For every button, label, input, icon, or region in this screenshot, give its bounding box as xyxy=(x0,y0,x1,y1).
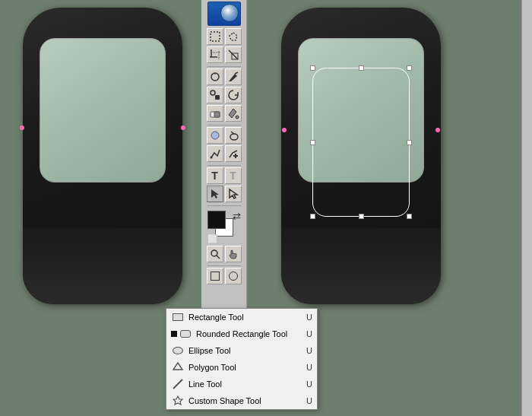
handle-mr xyxy=(407,140,412,145)
menu-item-line[interactable]: Line Tool U xyxy=(166,376,317,392)
anchor-dot-r-right xyxy=(435,128,440,132)
add-anchor-tool[interactable] xyxy=(225,145,242,162)
svg-point-21 xyxy=(211,250,217,256)
custom-shape-tool-label: Custom Shape Tool xyxy=(188,396,303,405)
separator-2 xyxy=(207,125,241,125)
handle-br xyxy=(407,214,412,219)
reset-colors-icon[interactable]: ⬜ xyxy=(207,234,218,244)
rectangle-tool-shortcut: U xyxy=(306,313,312,322)
direct-select-tool[interactable] xyxy=(225,186,242,202)
ps-logo-circle xyxy=(220,4,239,22)
phone-screen-left xyxy=(40,38,166,183)
tool-row-7 xyxy=(207,145,242,162)
rectangle-tool-icon xyxy=(171,310,185,324)
tool-row-2 xyxy=(207,46,242,63)
menu-item-ellipse[interactable]: Ellipse Tool U xyxy=(166,342,317,359)
swap-colors-icon[interactable]: ⇄ xyxy=(233,211,241,222)
menu-item-rectangle[interactable]: Rectangle Tool U xyxy=(166,309,317,325)
handle-tl xyxy=(310,65,315,71)
svg-point-15 xyxy=(211,132,219,139)
tool-row-5 xyxy=(207,105,242,122)
svg-rect-13 xyxy=(214,112,220,117)
toolbar: T T ⇄ ⬜ xyxy=(201,0,247,312)
tool-row-bottom xyxy=(207,246,242,262)
shape-tool-dropdown: Rectangle Tool U Rounded Rectangle Tool … xyxy=(166,308,318,410)
zoom-tool[interactable] xyxy=(207,246,223,262)
hand-tool[interactable] xyxy=(225,246,242,262)
rounded-rectangle-tool-shortcut: U xyxy=(306,329,312,338)
blur-tool[interactable] xyxy=(207,127,223,144)
ellipse-tool-icon xyxy=(171,344,185,357)
line-tool-label: Line Tool xyxy=(188,379,303,389)
custom-shape-tool-shortcut: U xyxy=(306,396,312,405)
marquee-rect-tool[interactable] xyxy=(207,28,223,45)
menu-item-polygon[interactable]: Polygon Tool U xyxy=(166,359,317,376)
phone-right xyxy=(281,8,441,304)
type-mask-tool[interactable]: T xyxy=(225,167,242,184)
eraser-tool[interactable] xyxy=(207,105,223,122)
slice-tool[interactable] xyxy=(225,46,242,63)
color-swatch-area: ⇄ ⬜ xyxy=(207,211,241,244)
pen-tool[interactable] xyxy=(207,145,223,162)
polygon-tool-label: Polygon Tool xyxy=(188,363,303,372)
marquee-lasso-tool[interactable] xyxy=(225,28,242,45)
right-scrollbar[interactable] xyxy=(521,0,532,416)
line-tool-shortcut: U xyxy=(306,379,312,389)
rounded-rectangle-tool-label: Rounded Rectangle Tool xyxy=(196,329,303,338)
svg-line-24 xyxy=(173,379,182,389)
separator-3 xyxy=(207,165,241,166)
history-brush-tool[interactable] xyxy=(225,87,242,103)
quick-mask-btn[interactable] xyxy=(225,268,242,284)
tool-row-6 xyxy=(207,127,242,144)
menu-item-custom-shape[interactable]: Custom Shape Tool U xyxy=(166,392,317,409)
foreground-color-swatch[interactable] xyxy=(207,211,226,229)
tool-row-select xyxy=(207,186,242,202)
menu-item-rounded-rectangle[interactable]: Rounded Rectangle Tool U xyxy=(166,325,317,342)
tool-row-4 xyxy=(207,87,242,103)
toolbar-logo xyxy=(207,2,241,26)
ellipse-tool-label: Ellipse Tool xyxy=(188,346,303,355)
anchor-dot-r-left xyxy=(282,128,287,132)
anchor-dot-right xyxy=(181,125,185,130)
tool-row-1 xyxy=(207,28,242,45)
normal-mode-btn[interactable] xyxy=(207,268,223,284)
handle-ml xyxy=(310,140,315,145)
svg-line-5 xyxy=(229,50,238,59)
line-tool-icon xyxy=(171,377,185,391)
polygon-tool-shortcut: U xyxy=(306,363,312,372)
type-tool[interactable]: T xyxy=(207,167,223,184)
handle-tr xyxy=(407,65,412,71)
svg-point-16 xyxy=(230,134,238,140)
path-select-tool[interactable] xyxy=(207,186,223,202)
svg-point-18 xyxy=(210,157,212,159)
svg-rect-0 xyxy=(211,32,220,41)
handle-tc xyxy=(359,65,364,71)
polygon-tool-icon xyxy=(171,360,185,374)
custom-shape-tool-icon xyxy=(171,394,185,408)
tool-row-type: T T xyxy=(207,167,242,184)
dodge-tool[interactable] xyxy=(225,127,242,144)
crop-tool[interactable] xyxy=(207,46,223,63)
healing-brush-tool[interactable] xyxy=(207,68,223,85)
svg-line-9 xyxy=(235,72,238,74)
handle-bl xyxy=(310,214,315,219)
rectangle-tool-label: Rectangle Tool xyxy=(188,313,303,322)
phone-bottom-right xyxy=(281,228,441,304)
separator-4 xyxy=(207,205,241,206)
svg-point-14 xyxy=(236,116,239,119)
tool-row-mode xyxy=(207,268,242,284)
tool-row-3 xyxy=(207,68,242,85)
phone-left xyxy=(23,8,182,304)
brush-tool[interactable] xyxy=(225,68,242,85)
paint-bucket-tool[interactable] xyxy=(225,105,242,122)
clone-stamp-tool[interactable] xyxy=(207,87,223,103)
handle-bc xyxy=(359,214,364,219)
anchor-dot-left xyxy=(20,125,24,130)
svg-marker-23 xyxy=(173,363,182,370)
phone-bottom-left xyxy=(23,228,182,304)
svg-line-22 xyxy=(217,256,220,259)
active-indicator-dot xyxy=(171,331,177,337)
svg-rect-11 xyxy=(215,95,220,100)
selection-box xyxy=(312,68,410,217)
ellipse-tool-shortcut: U xyxy=(306,346,312,355)
